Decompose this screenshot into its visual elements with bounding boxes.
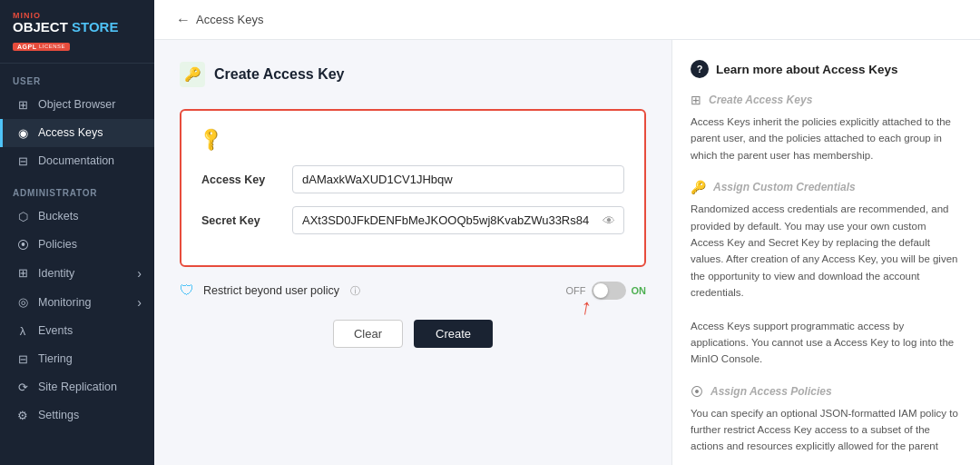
key-circle-icon: ◉ xyxy=(15,126,30,140)
sidebar-item-events[interactable]: λ Events xyxy=(0,317,154,345)
form-actions: ↑ Clear Create xyxy=(180,320,646,348)
sidebar-label-monitoring: Monitoring xyxy=(38,296,91,309)
sidebar-item-identity[interactable]: ⊞ Identity xyxy=(0,259,154,288)
tiering-icon: ⊟ xyxy=(15,352,30,366)
sidebar-label-policies: Policies xyxy=(38,238,77,251)
form-card: 🔑 Access Key Secret Key 👁 xyxy=(180,109,646,267)
policies-section-text: You can specify an optional JSON-formatt… xyxy=(691,405,962,455)
restrict-row: 🛡 Restrict beyond user policy ⓘ OFF ON xyxy=(180,282,646,300)
restrict-help-icon[interactable]: ⓘ xyxy=(350,284,360,298)
access-section-text: Access Keys support programmatic access … xyxy=(691,318,962,368)
info-section-credentials-header: 🔑 Assign Custom Credentials xyxy=(691,180,962,194)
shield-icon: 🛡 xyxy=(180,282,194,299)
credentials-section-title: Assign Custom Credentials xyxy=(713,181,856,193)
clear-button[interactable]: Clear xyxy=(333,320,403,348)
sidebar-item-settings[interactable]: ⚙ Settings xyxy=(0,401,154,430)
policies-section-icon: ⦿ xyxy=(691,384,703,399)
secret-key-label: Secret Key xyxy=(201,214,292,227)
toggle-knob xyxy=(593,283,608,298)
form-panel: 🔑 Create Access Key 🔑 Access Key Secret … xyxy=(154,40,671,465)
policies-section-title: Assign Access Policies xyxy=(710,385,832,398)
create-section-title: Create Access Keys xyxy=(709,94,812,106)
visibility-toggle-icon[interactable]: 👁 xyxy=(603,213,615,228)
identity-icon: ⊞ xyxy=(15,266,30,280)
toggle-on-label: ON xyxy=(632,285,647,296)
credentials-section-text: Randomized access credentials are recomm… xyxy=(691,201,962,301)
sidebar-item-site-replication[interactable]: ⟳ Site Replication xyxy=(0,373,154,401)
access-key-input-wrap xyxy=(292,165,624,193)
sidebar-item-policies[interactable]: ⦿ Policies xyxy=(0,231,154,259)
main: ← Access Keys 🔑 Create Access Key 🔑 Acce… xyxy=(154,0,980,465)
policy-icon: ⦿ xyxy=(15,238,30,252)
access-key-label: Access Key xyxy=(201,173,292,186)
sidebar-item-documentation[interactable]: ⊟ Documentation xyxy=(0,147,154,175)
grid-icon: ⊞ xyxy=(15,98,30,112)
sidebar: MINIO OBJECT STORE AGPL LICENSE User ⊞ O… xyxy=(0,0,154,465)
toggle-wrap: OFF ON xyxy=(566,282,647,300)
info-panel-title: ? Learn more about Access Keys xyxy=(691,60,962,78)
sidebar-label-object-browser: Object Browser xyxy=(38,98,115,111)
secret-key-row: Secret Key 👁 xyxy=(201,206,624,234)
info-section-create-header: ⊞ Create Access Keys xyxy=(691,93,962,107)
key-icon-row: 🔑 xyxy=(201,129,624,149)
bucket-icon: ⬡ xyxy=(15,210,30,223)
topbar-back-label: Access Keys xyxy=(196,13,263,26)
content-area: 🔑 Create Access Key 🔑 Access Key Secret … xyxy=(154,40,980,465)
sidebar-item-object-browser[interactable]: ⊞ Object Browser xyxy=(0,91,154,119)
logo-object: OBJECT xyxy=(13,19,68,35)
credentials-section-icon: 🔑 xyxy=(691,180,706,194)
info-panel: ? Learn more about Access Keys ⊞ Create … xyxy=(671,40,980,465)
logo-badge: AGPL LICENSE xyxy=(13,43,70,51)
sidebar-label-site-replication: Site Replication xyxy=(38,381,117,393)
sidebar-item-tiering[interactable]: ⊟ Tiering xyxy=(0,345,154,373)
restrict-label: Restrict beyond user policy xyxy=(203,284,339,297)
sidebar-item-access-keys[interactable]: ◉ Access Keys xyxy=(0,119,154,147)
sidebar-label-buckets: Buckets xyxy=(38,210,78,223)
info-section-credentials: 🔑 Assign Custom Credentials Randomized a… xyxy=(691,180,962,301)
info-section-access: Access Keys support programmatic access … xyxy=(691,318,962,368)
replication-icon: ⟳ xyxy=(15,381,30,394)
user-section-label: User xyxy=(0,64,154,91)
secret-key-input[interactable] xyxy=(292,206,624,234)
sidebar-label-documentation: Documentation xyxy=(38,154,114,167)
restrict-toggle[interactable] xyxy=(592,282,626,300)
access-key-row: Access Key xyxy=(201,165,624,193)
doc-icon: ⊟ xyxy=(15,154,30,168)
info-section-create: ⊞ Create Access Keys Access Keys inherit… xyxy=(691,93,962,163)
sidebar-item-buckets[interactable]: ⬡ Buckets xyxy=(0,203,154,231)
admin-section-label: Administrator xyxy=(0,175,154,203)
back-arrow-icon: ← xyxy=(176,12,191,28)
secret-key-input-wrap: 👁 xyxy=(292,206,624,234)
create-button[interactable]: Create xyxy=(414,320,493,348)
access-key-input[interactable] xyxy=(292,165,624,193)
sidebar-label-identity: Identity xyxy=(38,267,74,280)
sidebar-item-monitoring[interactable]: ◎ Monitoring xyxy=(0,288,154,317)
info-title: Learn more about Access Keys xyxy=(716,63,898,76)
sidebar-label-settings: Settings xyxy=(38,409,79,421)
info-section-policies: ⦿ Assign Access Policies You can specify… xyxy=(691,384,962,455)
sidebar-label-tiering: Tiering xyxy=(38,352,73,365)
topbar: ← Access Keys xyxy=(154,0,980,40)
sidebar-label-access-keys: Access Keys xyxy=(38,126,103,139)
info-section-policies-header: ⦿ Assign Access Policies xyxy=(691,384,962,399)
key-icon: 🔑 xyxy=(197,124,225,153)
create-section-icon: ⊞ xyxy=(691,93,701,107)
create-key-icon: 🔑 xyxy=(180,62,205,87)
logo: MINIO OBJECT STORE AGPL LICENSE xyxy=(0,0,154,64)
settings-icon: ⚙ xyxy=(15,409,30,422)
monitoring-icon: ◎ xyxy=(15,295,30,309)
back-button[interactable]: ← Access Keys xyxy=(176,12,263,28)
lambda-icon: λ xyxy=(15,324,30,338)
sidebar-label-events: Events xyxy=(38,324,73,337)
question-icon: ? xyxy=(691,60,709,78)
logo-store: STORE xyxy=(68,19,119,35)
panel-title: 🔑 Create Access Key xyxy=(180,62,646,87)
create-section-text: Access Keys inherit the policies explici… xyxy=(691,114,962,163)
create-access-key-title: Create Access Key xyxy=(214,66,345,83)
